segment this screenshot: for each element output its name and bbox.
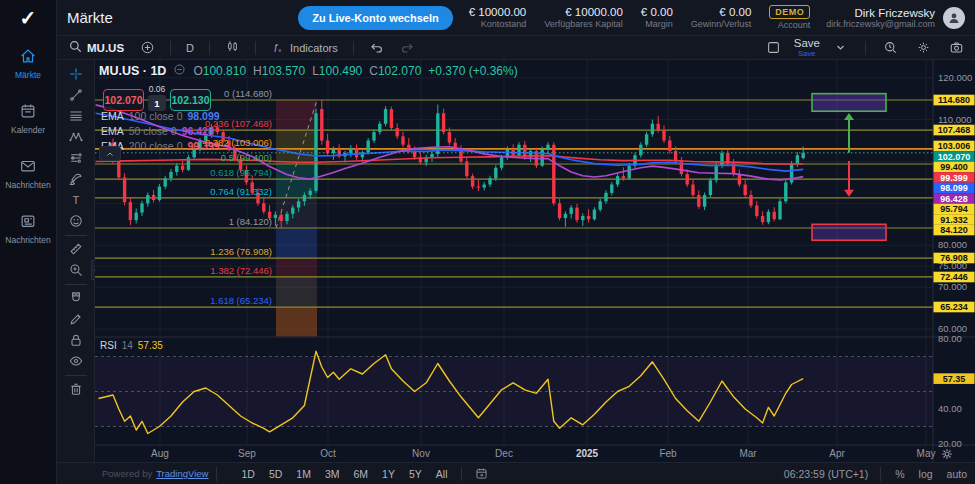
- brush-tool[interactable]: [63, 169, 89, 190]
- save-button[interactable]: Save Save: [794, 38, 820, 58]
- xabcd-tool[interactable]: [63, 127, 89, 148]
- change-label: +0.370 (+0.36%): [428, 64, 517, 78]
- range-1d[interactable]: 1D: [235, 466, 260, 482]
- zoom-in-tool[interactable]: [63, 260, 89, 281]
- text-tool[interactable]: T: [63, 190, 89, 211]
- compare-add-button[interactable]: [135, 38, 160, 57]
- sidebar-item-label: Märkte: [15, 70, 41, 80]
- svg-text:72.446: 72.446: [940, 272, 968, 282]
- brand-logo[interactable]: ✓: [0, 0, 56, 36]
- sidebar-item-kalender[interactable]: Kalender: [0, 91, 56, 146]
- chart-canvas[interactable]: 0 (114.680)0.236 (107.468)0.382 (103.006…: [95, 60, 975, 462]
- rsi-legend[interactable]: RSI 14 57.35: [100, 340, 163, 351]
- range-1m[interactable]: 1M: [290, 466, 317, 482]
- scale-option-auto[interactable]: auto: [945, 467, 969, 481]
- svg-text:Dec: Dec: [495, 448, 513, 459]
- sidebar-item-märkte[interactable]: Märkte: [0, 36, 56, 91]
- scale-options: %logauto: [893, 467, 969, 481]
- ema-value: 98.099: [187, 110, 219, 122]
- range-3m[interactable]: 3M: [319, 466, 346, 482]
- clock-label[interactable]: 06:23:59 (UTC+1): [784, 468, 868, 480]
- forecast-tool[interactable]: [63, 148, 89, 169]
- svg-text:1 (84.120): 1 (84.120): [229, 216, 272, 227]
- go-to-date-icon[interactable]: [470, 465, 493, 482]
- range-6m[interactable]: 6M: [348, 466, 375, 482]
- range-all[interactable]: All: [430, 466, 454, 482]
- downside-target-box[interactable]: [812, 224, 886, 240]
- crosshair-tool[interactable]: [63, 64, 89, 85]
- avatar[interactable]: [943, 7, 965, 29]
- switch-live-account-button[interactable]: Zu Live-Konto wechseln: [298, 6, 453, 30]
- ema-value: 99.399: [187, 140, 219, 152]
- eye-tool[interactable]: [63, 351, 89, 372]
- scale-option-percent[interactable]: %: [893, 467, 906, 481]
- ema-row-100[interactable]: EMA100 close 098.099: [101, 110, 220, 122]
- user-icon: [947, 11, 961, 25]
- legend-collapse-button[interactable]: [99, 146, 121, 161]
- svg-text:Mar: Mar: [739, 448, 757, 459]
- svg-text:Aug: Aug: [151, 448, 169, 459]
- powered-by-label: Powered by: [102, 468, 152, 479]
- stat-kontostand: € 10000.00Kontostand: [469, 6, 527, 29]
- sidebar-item-nachrichten-2[interactable]: Nachrichten: [0, 201, 56, 256]
- buy-button[interactable]: 102.130: [170, 89, 211, 111]
- eye-icon: [68, 353, 84, 371]
- lot-size[interactable]: 1: [148, 95, 166, 111]
- brush-icon: [68, 171, 84, 189]
- svg-text:1.618 (65.234): 1.618 (65.234): [210, 295, 272, 306]
- quick-search-icon[interactable]: [878, 38, 903, 57]
- sidebar-item-nachrichten[interactable]: Nachrichten: [0, 146, 56, 201]
- save-menu-chevron[interactable]: [828, 38, 853, 57]
- svg-text:99.399: 99.399: [940, 173, 968, 183]
- scale-option-log[interactable]: log: [917, 467, 935, 481]
- range-5y[interactable]: 5Y: [403, 466, 428, 482]
- range-1y[interactable]: 1Y: [376, 466, 401, 482]
- svg-text:40.00: 40.00: [938, 403, 962, 414]
- sell-button[interactable]: 102.070: [103, 89, 144, 111]
- undo-button[interactable]: [364, 38, 389, 57]
- lock-tool[interactable]: [63, 330, 89, 351]
- save-sub-label: Save: [798, 50, 815, 58]
- layout-button[interactable]: [761, 38, 786, 57]
- trash-tool[interactable]: [63, 379, 89, 400]
- top-header: Märkte Zu Live-Konto wechseln € 10000.00…: [57, 0, 975, 36]
- drawing-tools: T: [63, 64, 89, 400]
- divider: [170, 41, 171, 55]
- fib-lines-tool[interactable]: [63, 106, 89, 127]
- sidebar-item-label: Nachrichten: [5, 235, 50, 245]
- redo-button[interactable]: [395, 38, 420, 57]
- chart-area[interactable]: 0 (114.680)0.236 (107.468)0.382 (103.006…: [95, 60, 975, 462]
- fib-lines-icon: [68, 108, 84, 126]
- ema-row-50[interactable]: EMA50 close 096.428: [101, 125, 214, 137]
- interval-button[interactable]: D: [181, 40, 199, 56]
- smiley-icon: [68, 213, 84, 231]
- divider: [65, 375, 87, 376]
- spread-value: 0.06: [149, 84, 166, 94]
- svg-text:95.794: 95.794: [940, 204, 968, 214]
- symbol-status-row: MU.US · 1D O100.810 H103.570 L100.490 C1…: [99, 63, 518, 79]
- symbol-search-button[interactable]: MU.US: [63, 37, 129, 58]
- app-sidebar: ✓ MärkteKalenderNachrichtenNachrichten: [0, 0, 57, 484]
- candles-icon: [225, 39, 240, 56]
- tradingview-link[interactable]: TradingView: [156, 468, 208, 479]
- chart-type-button[interactable]: [220, 37, 245, 58]
- upside-target-box[interactable]: [812, 94, 886, 112]
- svg-text:Sep: Sep: [238, 448, 256, 459]
- snapshot-camera-icon[interactable]: [944, 38, 969, 57]
- ruler-tool[interactable]: [63, 239, 89, 260]
- magnet-tool[interactable]: [63, 288, 89, 309]
- trend-line-tool[interactable]: [63, 85, 89, 106]
- smiley-tool[interactable]: [63, 211, 89, 232]
- stat-verf-gbares-kapital: € 10000.00Verfügbares Kapital: [544, 6, 623, 29]
- svg-text:20.00: 20.00: [938, 438, 962, 449]
- divider: [865, 41, 866, 55]
- svg-text:91.332: 91.332: [940, 215, 968, 225]
- indicators-button[interactable]: ƒx Indicators: [266, 37, 343, 58]
- svg-text:70.000: 70.000: [938, 281, 967, 292]
- collapse-circle-icon[interactable]: [173, 63, 186, 79]
- svg-text:120.000: 120.000: [938, 72, 972, 83]
- svg-text:96.428: 96.428: [940, 194, 968, 204]
- settings-gear-icon[interactable]: [911, 38, 936, 57]
- range-5d[interactable]: 5D: [263, 466, 288, 482]
- pencil-lock-tool[interactable]: [63, 309, 89, 330]
